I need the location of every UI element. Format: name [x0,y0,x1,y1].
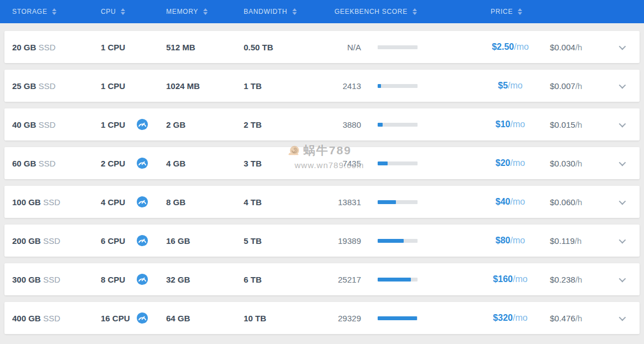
sort-icon[interactable] [292,8,297,15]
chevron-down-icon[interactable] [619,43,626,50]
geekbench-value: 19389 [334,236,361,246]
memory-cell: 64 GB [166,314,244,323]
price-cell: $320/mo [478,313,542,323]
cpu-value: 16 CPU [101,314,130,323]
geekbench-value: 25217 [334,275,361,284]
hourly-amount: $0.015 [550,120,575,129]
chevron-down-icon[interactable] [619,159,626,166]
geekbench-cell: 19389 [334,236,418,246]
hourly-amount: $0.119 [550,236,575,246]
bandwidth-cell: 0.50 TB [244,43,334,52]
hourly-amount: $0.004 [550,43,575,52]
storage-size: 20 GB [12,43,39,52]
storage-cell: 40 GB SSD [12,120,101,129]
row-expand-cell [600,84,632,88]
column-label-cpu: CPU [101,8,116,15]
geekbench-value: 3880 [334,120,361,129]
column-header-memory[interactable]: MEMORY [166,8,244,15]
price-period: /mo [511,236,525,245]
bandwidth-value: 6 TB [244,275,262,284]
price-cell: $2.50/mo [478,42,542,52]
price-cell: $80/mo [478,236,542,246]
cpu-value: 2 CPU [101,159,125,168]
storage-type: SSD [39,43,56,52]
score-bar-fill [378,123,383,127]
storage-size: 100 GB [12,197,43,207]
cpu-cell: 4 CPU [101,196,166,208]
cpu-cell: 1 CPU [101,80,166,92]
memory-value: 64 GB [166,314,190,323]
plan-row: 200 GB SSD 6 CPU 16 GB 5 TB 19389 [4,225,640,257]
cpu-cell: 2 CPU [101,157,166,169]
chevron-down-icon[interactable] [619,314,626,321]
bandwidth-value: 0.50 TB [244,43,273,52]
cpu-cell: 8 CPU [101,273,166,285]
storage-size: 400 GB [12,314,43,323]
sort-icon[interactable] [518,8,522,15]
cpu-value: 1 CPU [101,43,125,52]
cpu-value: 4 CPU [101,197,125,207]
memory-cell: 512 MB [166,43,244,52]
bandwidth-value: 5 TB [244,236,262,246]
cpu-gauge-icon [136,118,148,131]
storage-size: 40 GB [12,120,39,129]
bandwidth-cell: 6 TB [244,275,334,284]
price-period: /mo [513,313,528,322]
plans-table-header: STORAGE CPU MEMORY BANDWIDTH GEEKBENCH S… [0,0,644,23]
price-amount: $20 [496,158,511,168]
memory-cell: 1024 MB [166,81,244,91]
chevron-down-icon[interactable] [619,81,626,88]
storage-cell: 60 GB SSD [12,159,101,168]
sort-icon[interactable] [52,8,56,15]
column-header-bandwidth[interactable]: BANDWIDTH [244,8,334,15]
storage-size: 200 GB [12,236,43,246]
hourly-price-cell: $0.007/h [550,81,600,91]
chevron-down-icon[interactable] [619,197,626,205]
price-period: /mo [511,197,525,206]
column-header-cpu[interactable]: CPU [101,8,166,15]
hourly-period: /h [575,81,583,91]
bandwidth-cell: 5 TB [244,236,334,246]
cpu-cell: 1 CPU [101,41,166,53]
memory-value: 1024 MB [166,81,200,91]
column-label-geekbench-score: GEEKBENCH SCORE [334,8,408,15]
column-header-price[interactable]: PRICE [478,8,632,15]
storage-cell: 400 GB SSD [12,314,101,323]
memory-cell: 8 GB [166,197,244,207]
bandwidth-cell: 1 TB [244,81,334,91]
price-period: /mo [511,158,525,168]
price-amount: $5 [498,81,508,90]
memory-cell: 16 GB [166,236,244,246]
chevron-down-icon[interactable] [619,275,626,282]
price-amount: $2.50 [492,42,514,51]
cpu-gauge-icon [136,273,148,285]
chevron-down-icon[interactable] [619,120,626,127]
plan-row: 40 GB SSD 1 CPU 2 GB 2 TB 3880 [4,108,640,140]
geekbench-cell: 29329 [334,314,418,323]
score-bar-fill [378,239,404,243]
sort-icon[interactable] [413,8,417,15]
cpu-cell: 1 CPU [101,118,166,131]
price-period: /mo [511,119,525,129]
storage-type: SSD [39,159,56,168]
column-header-storage[interactable]: STORAGE [12,8,101,15]
hourly-price-cell: $0.004/h [550,43,600,52]
sort-icon[interactable] [203,8,208,15]
hourly-amount: $0.030 [550,159,575,168]
chevron-down-icon[interactable] [619,236,626,243]
storage-type: SSD [43,275,60,284]
row-expand-cell [600,122,632,127]
score-bar-fill [378,316,417,320]
column-header-geekbench-score[interactable]: GEEKBENCH SCORE [334,8,478,15]
memory-value: 16 GB [166,236,190,246]
row-expand-cell [600,45,632,50]
sort-icon[interactable] [121,8,125,15]
hourly-amount: $0.476 [550,314,575,323]
geekbench-value: 29329 [334,314,361,323]
row-expand-cell [600,200,632,205]
cpu-cell: 16 CPU [101,312,166,324]
score-bar-fill [378,84,381,88]
memory-value: 4 GB [166,159,186,168]
hourly-price-cell: $0.030/h [550,159,600,168]
cpu-gauge-icon [136,196,148,208]
